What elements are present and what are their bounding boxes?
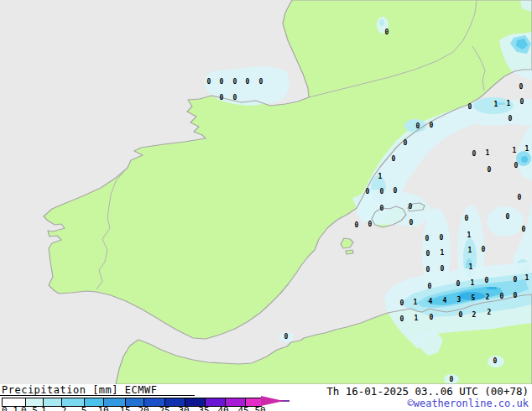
copyright-text: ©weatheronline.co.uk	[408, 398, 529, 409]
precip-value: 0	[506, 213, 510, 221]
precip-value: 4	[429, 298, 433, 305]
precip-value: 0	[509, 115, 513, 122]
precip-value: 0	[514, 276, 518, 284]
precip-value: 0	[220, 78, 224, 86]
precip-value: 0	[430, 314, 434, 321]
precip-value: 0	[284, 333, 289, 341]
precip-value: 0	[380, 188, 384, 195]
precip-value: 0	[426, 250, 430, 258]
map-canvas: 0000000000110000001000011100000000000001…	[0, 0, 532, 384]
legend-title: Precipitation [mm] ECMWF	[2, 384, 157, 396]
weather-map-page: 0000000000110000001000011100000000000001…	[0, 0, 532, 411]
colorbar-tick-label: 2	[61, 405, 67, 411]
precip-value: 5	[472, 294, 476, 302]
precip-value: 0	[207, 78, 211, 86]
precip-value: 0	[441, 265, 445, 273]
precip-value: 0	[500, 293, 504, 300]
precip-value: 0	[426, 266, 430, 273]
precip-value: 1	[414, 299, 418, 306]
colorbar-tick-label: 0.5	[21, 405, 38, 411]
colorbar-tick-label: 30	[178, 405, 189, 411]
precip-value: 2	[486, 294, 490, 301]
precip-value: 1	[441, 249, 445, 257]
precip-value: 0	[514, 162, 519, 169]
precip-value: 0	[400, 315, 404, 323]
precip-value: 0	[380, 205, 384, 212]
precip-value: 1	[378, 173, 383, 180]
precip-value: 0	[468, 103, 472, 111]
precip-value: 0	[425, 235, 430, 242]
precip-value: 1	[486, 149, 490, 157]
precip-value: 0	[259, 78, 263, 86]
precip-value: 0	[392, 155, 396, 163]
legend-bar: Precipitation [mm] ECMWF 0.10.5125101520…	[0, 384, 532, 411]
precip-value: 0	[514, 292, 518, 299]
colorbar-tick-label: 45	[237, 405, 248, 411]
precip-value: 0	[430, 122, 434, 129]
precip-value: 0	[488, 166, 492, 174]
precip-value: 1	[468, 247, 472, 254]
precip-value: 1	[513, 147, 517, 154]
forecast-datetime: Th 16-01-2025 03..06 UTC (00+78)	[326, 385, 529, 398]
colorbar-tick-label: 50	[254, 405, 265, 411]
precip-value: 0	[450, 376, 454, 383]
precipitation-map: 0000000000110000001000011100000000000001…	[0, 0, 532, 384]
precip-area-alboran-dash	[487, 287, 497, 289]
precip-value: 1	[525, 145, 529, 153]
precip-value: 0	[472, 150, 477, 158]
precip-value: 0	[233, 94, 237, 101]
precip-value: 0	[428, 283, 432, 290]
precip-value: 2	[472, 311, 477, 319]
colorbar-tick-label: 40	[217, 405, 228, 411]
precip-value: 1	[469, 263, 473, 271]
precip-value: 0	[522, 226, 526, 233]
precip-value: 0	[416, 122, 420, 130]
precip-value: 0	[220, 94, 224, 101]
precip-value: 0	[456, 280, 461, 288]
precip-value: 0	[493, 357, 498, 365]
precip-value: 0	[394, 187, 398, 195]
precip-value: 1	[471, 279, 475, 287]
precip-value: 4	[443, 297, 447, 304]
precip-value: 0	[459, 311, 463, 319]
precip-value: 1	[507, 100, 511, 107]
precip-value: 0	[385, 29, 389, 36]
colorbar-tick-label: 35	[198, 405, 209, 411]
precip-value: 0	[355, 221, 359, 229]
precip-value: 0	[246, 78, 250, 86]
precip-value: 0	[519, 83, 524, 91]
legend-title-underline: Precipitation [mm] ECMWF	[0, 384, 195, 396]
precip-value: 1	[415, 315, 419, 322]
precip-value: 2	[488, 309, 492, 316]
colorbar-tick-label: 25	[159, 405, 170, 411]
precip-value: 0	[409, 219, 414, 226]
precip-value: 3	[457, 296, 462, 304]
precip-value: 0	[482, 246, 486, 253]
precip-value: 1	[467, 232, 472, 239]
colorbar-tick-label: 10	[97, 405, 108, 411]
precip-value: 0	[485, 277, 489, 284]
colorbar-tick-label: 1	[41, 405, 47, 411]
precip-value: 0	[233, 78, 237, 86]
precip-value: 1	[525, 274, 529, 282]
precip-value: 0	[518, 194, 522, 201]
precip-value: 0	[465, 215, 469, 222]
precip-area-france-spot-core	[379, 19, 384, 26]
colorbar-tick-label: 0.1	[2, 405, 18, 411]
precip-value: 0	[368, 221, 373, 228]
colorbar-tick-label: 15	[119, 405, 130, 411]
precip-value: 0	[520, 98, 524, 106]
colorbar-tick-label: 5	[81, 405, 87, 411]
precip-value: 0	[409, 203, 413, 211]
precip-value: 0	[400, 299, 404, 307]
colorbar-tick-label: 20	[138, 405, 149, 411]
precip-value: 0	[440, 234, 444, 242]
colorbar-overflow-arrow	[261, 396, 295, 406]
precip-area-med-ne	[487, 206, 524, 237]
precip-value: 0	[366, 188, 370, 195]
precip-area-right-mid-core2	[521, 156, 528, 163]
precip-value: 0	[404, 139, 408, 147]
precip-value: 1	[494, 101, 498, 108]
